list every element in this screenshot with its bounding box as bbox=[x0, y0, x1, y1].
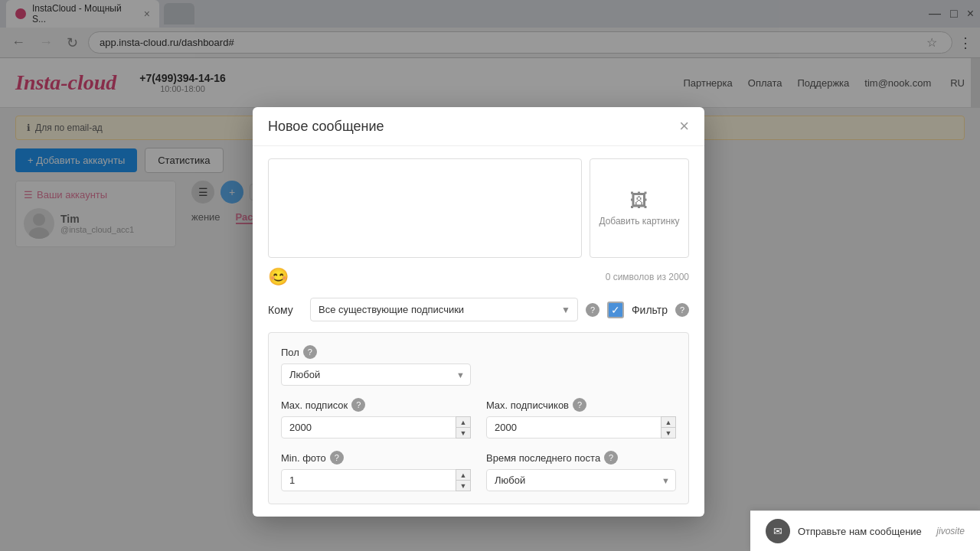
gender-select[interactable]: Любой bbox=[281, 364, 471, 386]
filter-col-last-post: Время последнего поста ? Любой ▼ bbox=[486, 451, 676, 491]
filter-row-gender: Пол ? Любой ▼ bbox=[281, 345, 676, 386]
max-subs-help-icon[interactable]: ? bbox=[351, 398, 365, 412]
max-followers-input-wrap: ▲ ▼ bbox=[486, 416, 676, 439]
filter-section: Пол ? Любой ▼ Max. подписок bbox=[268, 332, 689, 504]
jivo-widget[interactable]: ✉ Отправьте нам сообщение jivosite bbox=[750, 510, 980, 551]
min-photos-input[interactable] bbox=[281, 469, 471, 491]
char-count-bar: 😊 0 символов из 2000 bbox=[268, 267, 689, 287]
filter-col-max-subs: Max. подписок ? ▲ ▼ bbox=[281, 398, 471, 439]
gender-label: Пол ? bbox=[281, 345, 471, 359]
max-subs-label: Max. подписок ? bbox=[281, 398, 471, 412]
filter-col-min-photos: Min. фото ? ▲ ▼ bbox=[281, 451, 471, 491]
max-followers-spinner: ▲ ▼ bbox=[661, 416, 676, 439]
filter-col-max-followers: Max. подписчиков ? ▲ ▼ bbox=[486, 398, 676, 439]
modal-header: Новое сообщение × bbox=[253, 107, 704, 146]
emoji-button[interactable]: 😊 bbox=[268, 267, 289, 287]
min-photos-help-icon[interactable]: ? bbox=[330, 451, 344, 465]
recipients-help-icon[interactable]: ? bbox=[586, 303, 599, 317]
last-post-select[interactable]: Любой bbox=[486, 469, 676, 491]
gender-select-wrap: Любой ▼ bbox=[281, 364, 471, 386]
image-upload-box[interactable]: 🖼 Добавить картинку bbox=[590, 158, 689, 258]
gender-help-icon[interactable]: ? bbox=[303, 345, 317, 359]
recipients-label: Кому bbox=[268, 304, 302, 316]
min-photos-down-button[interactable]: ▼ bbox=[456, 480, 471, 491]
min-photos-label: Min. фото ? bbox=[281, 451, 471, 465]
recipients-select-wrapper: Все существующие подписчики ▼ bbox=[310, 298, 578, 321]
jivo-text: Отправьте нам сообщение bbox=[798, 526, 929, 537]
last-post-select-wrap: Любой ▼ bbox=[486, 469, 676, 491]
max-followers-input[interactable] bbox=[486, 416, 676, 439]
max-subs-spinner: ▲ ▼ bbox=[456, 416, 471, 439]
image-icon: 🖼 bbox=[630, 190, 648, 211]
new-message-modal: Новое сообщение × 🖼 Добавить картинку 😊 … bbox=[253, 107, 704, 517]
min-photos-up-button[interactable]: ▲ bbox=[456, 469, 471, 480]
image-upload-label: Добавить картинку bbox=[599, 216, 679, 227]
last-post-label: Время последнего поста ? bbox=[486, 451, 676, 465]
filter-label: Фильтр bbox=[632, 304, 668, 316]
filter-help-icon[interactable]: ? bbox=[675, 303, 689, 317]
filter-col-gender: Пол ? Любой ▼ bbox=[281, 345, 471, 386]
jivo-brand: jivosite bbox=[936, 526, 965, 536]
max-followers-down-button[interactable]: ▼ bbox=[661, 427, 676, 439]
max-subs-input-wrap: ▲ ▼ bbox=[281, 416, 471, 439]
recipients-select[interactable]: Все существующие подписчики bbox=[310, 298, 578, 321]
max-subs-input[interactable] bbox=[281, 416, 471, 439]
max-followers-label: Max. подписчиков ? bbox=[486, 398, 676, 412]
filter-checkbox[interactable]: ✓ bbox=[607, 302, 624, 318]
min-photos-spinner: ▲ ▼ bbox=[456, 469, 471, 491]
modal-title: Новое сообщение bbox=[268, 119, 384, 135]
modal-body: 🖼 Добавить картинку 😊 0 символов из 2000… bbox=[253, 146, 704, 517]
recipients-row: Кому Все существующие подписчики ▼ ? ✓ Ф… bbox=[268, 298, 689, 321]
max-subs-down-button[interactable]: ▼ bbox=[456, 427, 471, 439]
jivo-icon: ✉ bbox=[766, 519, 790, 543]
filter-row-photos: Min. фото ? ▲ ▼ Время последнего поста bbox=[281, 451, 676, 491]
last-post-help-icon[interactable]: ? bbox=[604, 451, 618, 465]
filter-row-subs: Max. подписок ? ▲ ▼ Max. подписчиков bbox=[281, 398, 676, 439]
modal-close-button[interactable]: × bbox=[679, 118, 689, 135]
max-followers-up-button[interactable]: ▲ bbox=[661, 416, 676, 427]
min-photos-input-wrap: ▲ ▼ bbox=[281, 469, 471, 491]
message-area: 🖼 Добавить картинку bbox=[268, 158, 689, 258]
max-followers-help-icon[interactable]: ? bbox=[573, 398, 586, 412]
max-subs-up-button[interactable]: ▲ bbox=[456, 416, 471, 427]
message-textarea[interactable] bbox=[268, 158, 582, 258]
char-count: 0 символов из 2000 bbox=[606, 272, 689, 282]
